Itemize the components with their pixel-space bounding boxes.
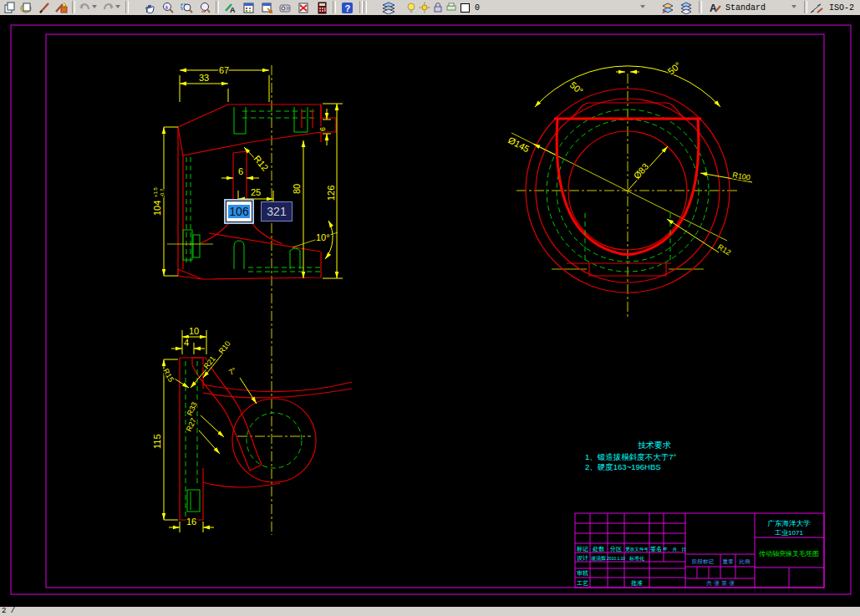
dim-text: 126	[326, 186, 336, 201]
leader-r27: R27	[185, 417, 220, 454]
drawing-canvas[interactable]: 67 33 104 +1.5 -0.7 6 25	[0, 15, 860, 607]
undo-icon[interactable]	[77, 1, 92, 14]
leader-r15: R15	[161, 367, 189, 388]
tb-design-date: 2010.1.10	[607, 556, 625, 561]
pan-hand-icon[interactable]	[142, 1, 157, 14]
dim-text: 16	[186, 517, 196, 527]
svg-text:A: A	[230, 6, 236, 14]
redline-pencil-icon[interactable]	[53, 1, 69, 14]
dim-text: R100	[732, 171, 751, 182]
tech-req-item: 2、硬度163~196HBS	[585, 462, 661, 471]
layer-previous-icon[interactable]	[660, 1, 675, 14]
tb-header-date: 年、月、日	[663, 547, 686, 552]
tb-drawing-title: 传动轴突缘叉毛坯图	[759, 550, 819, 557]
dim-80: 80	[292, 140, 303, 278]
dim-edit-input-active[interactable]: 106	[226, 201, 252, 222]
dim-style-combo[interactable]: ISO-2	[829, 1, 860, 14]
layers-icon[interactable]	[381, 1, 396, 14]
pencil-icon[interactable]	[37, 1, 52, 14]
tb-scale: 比例	[740, 558, 751, 565]
dim-edit-secondary-text: 321	[267, 205, 286, 218]
bulb-icon[interactable]	[405, 2, 417, 13]
tb-check-label: 审核	[577, 570, 588, 577]
help-icon[interactable]: ?	[339, 1, 354, 14]
layer-color-swatch[interactable]	[461, 3, 470, 13]
tb-process-label: 工艺	[577, 580, 588, 586]
profile-view: 10 4 115 16 R10 R21 R15	[152, 326, 352, 532]
copy-icon[interactable]	[2, 1, 17, 14]
text-style-icon[interactable]: A	[707, 1, 722, 14]
dim-text: R12	[716, 242, 732, 257]
command-line-strip[interactable]: 2 /	[0, 607, 860, 616]
layer-name-value: 0	[475, 3, 480, 13]
text-style-value: Standard	[725, 3, 766, 13]
top-toolbar: ± A ? 0 A Standard ISO-2	[0, 0, 860, 16]
undo-dropdown-caret[interactable]	[92, 5, 97, 8]
text-style-combo[interactable]: Standard	[725, 1, 789, 14]
palettes-icon[interactable]	[241, 1, 256, 14]
redo-dropdown-caret[interactable]	[115, 5, 120, 8]
dim-text: 50°	[666, 60, 683, 77]
sun-icon[interactable]	[419, 2, 430, 13]
dim-115: 115	[152, 359, 178, 520]
tech-req-item: 1、锻造拔模斜度不大于7°	[585, 452, 677, 461]
design-center-icon[interactable]	[259, 1, 274, 14]
dim-text: 7°	[227, 366, 238, 377]
svg-text:±: ±	[165, 3, 168, 9]
paper-border	[11, 25, 851, 594]
zoom-realtime-icon[interactable]: ±	[160, 1, 176, 14]
toolbar-separator	[125, 1, 129, 13]
toolbar-separator	[364, 1, 367, 13]
section-hatch-rib	[233, 151, 247, 204]
dim-104: 104 +1.5 -0.7	[152, 127, 178, 276]
zoom-previous-icon[interactable]	[197, 1, 212, 14]
tb-header-mark: 标记	[576, 546, 588, 552]
dim-text: R21	[202, 354, 217, 370]
sheet-set-icon[interactable]	[277, 1, 293, 14]
dim-text: 50°	[568, 79, 585, 96]
dim-text: Ø145	[506, 135, 531, 154]
dim-text: 104	[152, 201, 162, 216]
drawing-svg: 67 33 104 +1.5 -0.7 6 25	[0, 15, 860, 607]
dim-r100: R100	[700, 171, 752, 182]
toolbar-separator	[333, 1, 336, 13]
layer-control-combo[interactable]: 0	[403, 1, 650, 14]
zoom-window-icon[interactable]	[179, 1, 194, 14]
dim-edit-input-secondary[interactable]: 321	[261, 201, 293, 221]
dim-text: Ø83	[632, 161, 651, 181]
title-block: 标记 处数 分区 更改文件号 签名 年、月、日 设计 谢清辉 2010.1.10…	[575, 513, 824, 588]
drawing-frame	[46, 34, 824, 588]
leader-r12: R12	[244, 147, 271, 173]
dim-text: 10	[189, 326, 199, 336]
lock-icon[interactable]	[432, 2, 444, 13]
dim-10deg: 10°	[293, 221, 338, 259]
dim-text: 115	[152, 434, 162, 449]
layer-combo-caret[interactable]	[640, 5, 645, 8]
calculator-icon[interactable]	[314, 1, 329, 14]
toolbar-separator	[216, 1, 219, 13]
tb-design-label: 设计	[577, 555, 588, 561]
layer-states-icon[interactable]	[679, 1, 694, 14]
toolbar-separator	[72, 1, 75, 13]
svg-text:A: A	[710, 3, 717, 14]
dim-33: 33	[180, 73, 228, 102]
dim-text: 80	[292, 184, 302, 194]
dim-6-rib: 6	[221, 166, 259, 178]
dim-6-step: 6	[318, 109, 331, 145]
tb-class-no: 工业1071	[775, 529, 803, 537]
dim-style-value: ISO-2	[829, 3, 854, 13]
tb-weight: 重量	[723, 558, 735, 564]
tb-standardization: 标准化	[628, 556, 644, 562]
dim-text: 6	[238, 166, 243, 176]
dim-text: R27	[185, 417, 198, 433]
open-sheet-icon[interactable]	[18, 1, 33, 14]
text-style-caret[interactable]	[791, 5, 796, 8]
dim-style-icon[interactable]	[809, 1, 824, 14]
tb-header-zone: 分区	[609, 546, 622, 552]
match-properties-icon[interactable]: A	[222, 1, 237, 14]
dim-tol-upper: +1.5	[153, 186, 158, 197]
tb-school: 广东海洋大学	[768, 519, 812, 527]
redo-icon[interactable]	[100, 1, 115, 14]
markup-icon[interactable]	[296, 1, 311, 14]
printer-icon[interactable]	[445, 2, 457, 13]
